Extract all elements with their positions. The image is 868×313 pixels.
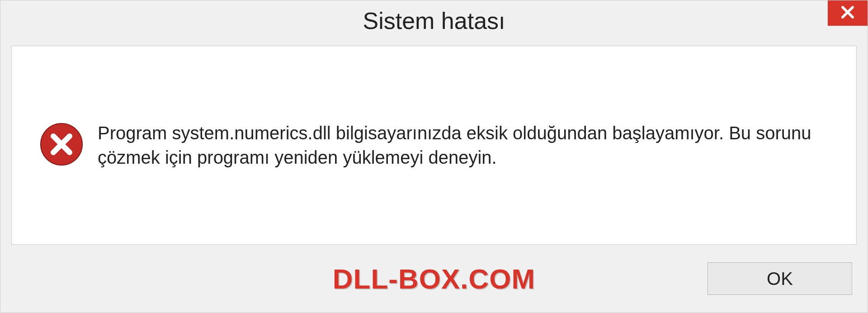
ok-button-label: OK	[767, 269, 793, 289]
titlebar: Sistem hatası	[0, 0, 868, 41]
close-button[interactable]	[828, 0, 868, 26]
dialog-content: Program system.numerics.dll bilgisayarın…	[11, 46, 857, 245]
error-icon	[39, 122, 84, 169]
dialog-footer: DLL-BOX.COM OK	[0, 254, 868, 313]
ok-button[interactable]: OK	[708, 262, 852, 295]
dialog-title: Sistem hatası	[363, 7, 505, 34]
close-icon	[839, 4, 856, 23]
error-message: Program system.numerics.dll bilgisayarın…	[98, 121, 829, 170]
brand-watermark: DLL-BOX.COM	[333, 263, 535, 295]
